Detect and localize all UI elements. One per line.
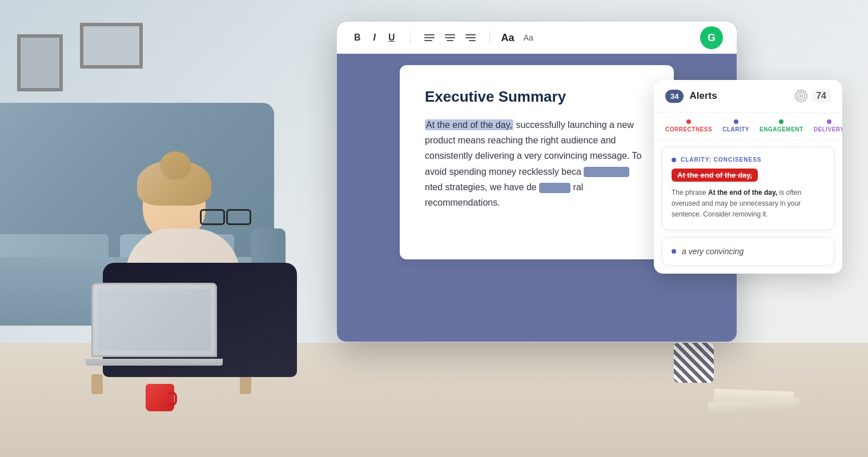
align-right-button[interactable]	[463, 32, 478, 43]
font-size-large[interactable]: Aa	[501, 32, 515, 44]
clarity-label: CLARITY	[722, 126, 749, 133]
sidebar-categories: CORRECTNESS CLARITY ENGAGEMENT DELIVERY	[654, 113, 842, 140]
svg-point-1	[798, 93, 805, 99]
convincing-alert-dot	[672, 249, 676, 254]
obscured-text-1	[584, 167, 629, 177]
alerts-label: Alerts	[689, 90, 789, 102]
score-area: 74	[794, 89, 831, 103]
alert-card-header: CLARITY: CONCISENESS	[672, 157, 825, 163]
font-size-small[interactable]: Aa	[524, 33, 533, 42]
alert-flagged-phrase: At the end of the day,	[672, 169, 758, 182]
grammarly-sidebar-panel: 34 Alerts 74 CORRECTNESS CLARITY ENGAGEM…	[654, 80, 842, 274]
delivery-dot	[827, 119, 831, 124]
align-center-button[interactable]	[443, 32, 457, 43]
toolbar-text-format-group: B I U	[351, 31, 399, 45]
document-body: At the end of the day, successfully laun…	[425, 117, 649, 210]
glasses	[197, 207, 254, 223]
overall-score: 74	[811, 89, 831, 103]
toolbar-align-group	[422, 32, 478, 43]
alert-desc-bold: At the end of the day,	[708, 189, 777, 197]
category-engagement[interactable]: ENGAGEMENT	[760, 119, 803, 133]
wall-frame-2	[80, 23, 143, 69]
person	[57, 69, 377, 457]
engagement-label: ENGAGEMENT	[760, 126, 803, 133]
coffee-mug	[143, 377, 177, 411]
align-left-button[interactable]	[422, 32, 437, 43]
alert-category-label: CLARITY: CONCISENESS	[681, 157, 762, 163]
delivery-label: DELIVERY	[814, 126, 842, 133]
underline-button[interactable]: U	[385, 31, 399, 45]
obscured-text-2	[539, 183, 570, 193]
highlighted-cliche-phrase: At the end of the day,	[425, 119, 513, 130]
laptop-screen	[91, 283, 217, 357]
document-title: Executive Summary	[425, 88, 649, 106]
correctness-dot	[686, 119, 691, 124]
grammarly-logo-button[interactable]: G	[700, 26, 723, 49]
category-correctness[interactable]: CORRECTNESS	[665, 119, 712, 133]
toolbar-separator-2	[489, 31, 490, 45]
alert-card-clarity-conciseness[interactable]: CLARITY: CONCISENESS At the end of the d…	[662, 147, 834, 230]
sidebar-header: 34 Alerts 74	[654, 80, 842, 113]
toolbar-separator-1	[410, 31, 411, 45]
hair-bun	[160, 151, 191, 180]
editor-toolbar: B I U Aa Aa G	[337, 22, 737, 54]
category-clarity[interactable]: CLARITY	[722, 119, 749, 133]
alert-card-convincing[interactable]: a very convincing	[662, 237, 834, 266]
laptop-base	[86, 359, 223, 366]
alert-convincing-text: a very convincing	[682, 247, 744, 256]
score-target-icon	[794, 89, 808, 103]
clarity-alert-dot	[672, 158, 676, 162]
alert-description: The phrase At the end of the day, is oft…	[672, 187, 825, 221]
svg-point-0	[795, 90, 807, 102]
category-delivery[interactable]: DELIVERY	[814, 119, 842, 133]
engagement-dot	[779, 119, 783, 124]
books-on-floor	[697, 377, 811, 411]
laptop	[91, 283, 217, 366]
editor-document[interactable]: Executive Summary At the end of the day,…	[400, 65, 674, 259]
svg-point-2	[800, 95, 802, 97]
correctness-label: CORRECTNESS	[665, 126, 712, 133]
italic-button[interactable]: I	[370, 31, 379, 45]
clarity-dot	[734, 119, 738, 124]
mug-handle	[168, 392, 177, 406]
alerts-count-badge: 34	[665, 90, 684, 103]
alert-desc-prefix: The phrase	[672, 189, 708, 197]
document-text-part3: nted strategies, we have de	[425, 182, 537, 192]
bold-button[interactable]: B	[351, 31, 364, 45]
wall-frame-1	[17, 34, 63, 91]
